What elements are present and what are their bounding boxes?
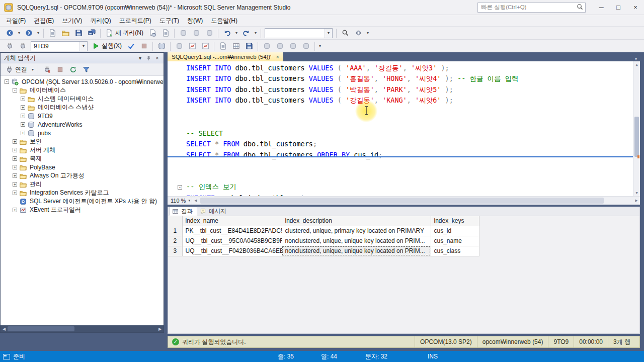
specify-template-values[interactable]: [173, 41, 185, 52]
navigate-forward[interactable]: [23, 28, 35, 39]
save-all[interactable]: [86, 28, 98, 39]
tree-item-13[interactable]: +Integration Services 카탈로그: [1, 189, 164, 197]
cut[interactable]: [177, 28, 189, 39]
toolbar-options[interactable]: ▾: [365, 28, 370, 39]
grid-cell[interactable]: UQ__tbl_cust__F042B036B4CA6EB0: [182, 246, 282, 256]
tree-expander-icon[interactable]: +: [13, 182, 17, 187]
table-row-2[interactable]: 2UQ__tbl_cust__95C0A0458B9CB9F0noncluste…: [168, 236, 479, 246]
connect-menu[interactable]: ▾: [30, 64, 35, 75]
tree-item-0[interactable]: -OPCOM (SQL Server 13.0.5026.0 - opcom₩i…: [1, 77, 164, 86]
scroll-left-icon[interactable]: ◀: [1, 327, 8, 331]
include-client-statistics[interactable]: [199, 41, 211, 52]
menu-item-4[interactable]: 프로젝트(P): [115, 16, 155, 26]
navigate-forward-menu[interactable]: ▾: [36, 28, 41, 39]
minimize-button[interactable]: ─: [593, 0, 610, 15]
tree-expander-icon[interactable]: +: [13, 148, 17, 152]
code-line-0[interactable]: INSERT INTO dbo.tbl_customers VALUES ( '…: [168, 63, 633, 74]
tree-item-10[interactable]: +PolyBase: [1, 163, 164, 171]
search-icon[interactable]: [577, 4, 583, 12]
tree-item-8[interactable]: +서버 개체: [1, 146, 164, 154]
editor-hscroll-track[interactable]: [199, 197, 633, 205]
code-line-2[interactable]: INSERT INTO dbo.tbl_customers VALUES ( '…: [168, 84, 633, 96]
undo[interactable]: [221, 28, 233, 39]
stop[interactable]: [54, 64, 66, 75]
row-number-cell[interactable]: 1: [168, 226, 182, 236]
redo[interactable]: [240, 28, 252, 39]
new-query[interactable]: 새 쿼리(N): [103, 28, 145, 39]
grid-cell[interactable]: PK__tbl_cust__E84D41E8D2FADC57: [182, 226, 282, 236]
tree-expander-icon[interactable]: +: [21, 114, 25, 118]
code-line-7[interactable]: SELECT * FROM dbo.tbl_customers;: [168, 139, 633, 150]
results-to-text[interactable]: [217, 41, 229, 52]
code-line-1[interactable]: INSERT INTO dbo.tbl_customers VALUES ( '…: [168, 74, 633, 85]
results-to-file[interactable]: [243, 41, 255, 52]
fold-collapse-icon[interactable]: -: [178, 185, 182, 190]
code-line-3[interactable]: INSERT INTO dbo.tbl_customers VALUES ( '…: [168, 96, 633, 107]
grid-column-header-index_name[interactable]: index_name: [182, 216, 282, 226]
properties-window[interactable]: [352, 28, 364, 39]
zoom-combo[interactable]: 110 % ▾: [168, 197, 192, 205]
menu-item-2[interactable]: 보기(V): [58, 16, 86, 26]
row-number-cell[interactable]: 3: [168, 246, 182, 256]
navigate-backward[interactable]: [4, 28, 16, 39]
menu-item-1[interactable]: 편집(E): [30, 16, 58, 26]
sql-editor[interactable]: INSERT INTO dbo.tbl_customers VALUES ( '…: [168, 61, 640, 196]
comment-selection[interactable]: [261, 41, 273, 52]
tree-expander-icon[interactable]: -: [5, 79, 9, 84]
tree-expander-icon[interactable]: +: [21, 122, 25, 127]
maximize-button[interactable]: □: [610, 0, 627, 15]
cancel-query[interactable]: [138, 41, 150, 52]
tree-expander-icon[interactable]: +: [21, 131, 25, 135]
database-combo[interactable]: 9TO9▾: [31, 41, 88, 51]
results-to-grid[interactable]: [230, 41, 242, 52]
save[interactable]: [72, 28, 85, 39]
code-line-5[interactable]: [168, 117, 633, 128]
grid-cell[interactable]: clustered, unique, primary key located o…: [282, 226, 431, 236]
table-row-1[interactable]: 1PK__tbl_cust__E84D41E8D2FADC57clustered…: [168, 226, 479, 236]
quick-launch-box[interactable]: 빠른 실행(Ctrl+Q): [477, 3, 586, 13]
tab-messages[interactable]: 메시지: [197, 207, 230, 216]
connect-database[interactable]: [4, 41, 16, 52]
code-line-10[interactable]: [168, 171, 633, 182]
tree-item-2[interactable]: +시스템 데이터베이스: [1, 95, 164, 103]
intellisense-enabled[interactable]: [155, 41, 168, 52]
copy[interactable]: [190, 28, 202, 39]
tree-expander-icon[interactable]: +: [13, 173, 17, 178]
tab-list-icon[interactable]: ▾: [632, 57, 640, 61]
grid-cell[interactable]: cus_class: [431, 246, 479, 256]
scroll-up-icon[interactable]: ▲: [633, 61, 640, 68]
transaction-combo[interactable]: ▾: [265, 28, 333, 38]
tree-item-5[interactable]: +AdventureWorks: [1, 120, 164, 129]
navigate-backward-menu[interactable]: ▾: [17, 28, 22, 39]
panel-splitter[interactable]: [164, 52, 168, 351]
grid-cell[interactable]: cus_name: [431, 236, 479, 246]
tree-item-14[interactable]: SQL Server 에이전트(에이전트 XPs 사용 안 함): [1, 197, 164, 206]
tab-close-icon[interactable]: ×: [274, 54, 281, 60]
tree-expander-icon[interactable]: +: [21, 97, 25, 101]
new-file[interactable]: [46, 28, 58, 39]
connect-button[interactable]: 연결: [3, 64, 29, 75]
scroll-left-icon[interactable]: ◀: [192, 199, 199, 203]
increase-indent[interactable]: [300, 41, 312, 52]
window-menu-icon[interactable]: ▾: [136, 54, 144, 62]
tree-item-15[interactable]: +XEvent 프로파일러: [1, 206, 164, 214]
find[interactable]: [339, 28, 351, 39]
code-line-9[interactable]: [168, 160, 633, 171]
caret-down-icon[interactable]: ▾: [79, 42, 87, 51]
tree-expander-icon[interactable]: +: [13, 191, 17, 195]
disconnect[interactable]: [41, 64, 53, 75]
object-explorer-hscrollbar[interactable]: ◀ ▶: [1, 325, 164, 332]
tree-expander-icon[interactable]: +: [13, 139, 17, 144]
tree-item-6[interactable]: +pubs: [1, 129, 164, 137]
tree-item-12[interactable]: +관리: [1, 180, 164, 189]
menu-item-7[interactable]: 도움말(H): [207, 16, 242, 26]
scroll-right-icon[interactable]: ▶: [156, 327, 164, 331]
table-row-3[interactable]: 3UQ__tbl_cust__F042B036B4CA6EB0noncluste…: [168, 246, 479, 256]
close-button[interactable]: ×: [627, 0, 644, 15]
code-line-6[interactable]: -- SELECT: [168, 128, 633, 139]
document-tab-active[interactable]: SQLQuery1.sql -...om₩innerweb (54))* ×: [168, 52, 283, 61]
scroll-right-icon[interactable]: ▶: [633, 199, 640, 203]
grid-corner-cell[interactable]: [168, 216, 182, 226]
menu-item-6[interactable]: 창(W): [183, 16, 207, 26]
tree-item-4[interactable]: +9TO9: [1, 112, 164, 120]
